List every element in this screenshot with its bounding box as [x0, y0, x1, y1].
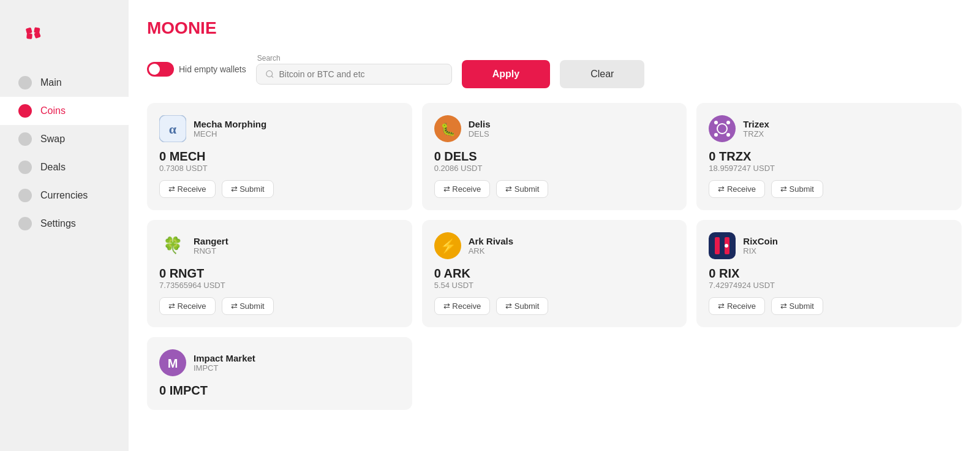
coin-card-rix: RixCoin RIX 0 RIX 7.42974924 USDT ⇄ Rece…	[696, 220, 962, 327]
svg-rect-0	[26, 28, 32, 34]
submit-button-ark[interactable]: ⇄ Submit	[496, 297, 548, 315]
sidebar-item-coins[interactable]: Coins	[0, 97, 129, 125]
svg-point-12	[714, 121, 718, 124]
sidebar-item-deals[interactable]: Deals	[0, 153, 129, 181]
coin-card-impct: M Impact Market IMPCT 0 IMPCT	[147, 337, 412, 410]
coin-symbol-rngt: RNGT	[194, 246, 228, 256]
sidebar-label-coins: Coins	[40, 105, 66, 116]
coin-info-impct: Impact Market IMPCT	[194, 353, 255, 373]
search-box	[256, 64, 452, 85]
coin-info-trzx: Trizex TRZX	[743, 119, 769, 138]
coin-actions-rngt: ⇄ Receive ⇄ Submit	[159, 297, 400, 315]
svg-rect-2	[26, 33, 32, 39]
sidebar-item-settings[interactable]: Settings	[0, 210, 129, 238]
coin-name-trzx: Trizex	[743, 119, 769, 129]
coin-actions-trzx: ⇄ Receive ⇄ Submit	[709, 180, 949, 198]
coin-symbol-impct: IMPCT	[194, 363, 255, 373]
sidebar-label-currencies: Currencies	[40, 190, 88, 201]
receive-button-rix[interactable]: ⇄ Receive	[709, 297, 765, 315]
receive-button-mech[interactable]: ⇄ Receive	[159, 180, 216, 198]
coin-symbol-mech: MECH	[194, 129, 266, 138]
coin-balance-section-trzx: 0 TRZX 18.9597247 USDT	[709, 150, 949, 173]
coin-name-impct: Impact Market	[194, 353, 255, 363]
coin-card-ark: ⚡ Ark Rivals ARK 0 ARK 5.54 USDT ⇄ Recei…	[422, 220, 687, 327]
coin-header-trzx: Trizex TRZX	[709, 115, 949, 142]
coin-name-rix: RixCoin	[743, 236, 778, 246]
coin-balance-trzx: 0 TRZX	[709, 150, 949, 164]
coin-usdt-rix: 7.42974924 USDT	[709, 281, 949, 290]
coin-balance-section-rix: 0 RIX 7.42974924 USDT	[709, 267, 949, 290]
top-bar: Hid empty wallets Search Apply Clear	[147, 50, 962, 88]
sidebar-label-settings: Settings	[40, 218, 76, 229]
app-logo-icon	[18, 18, 48, 48]
submit-button-mech[interactable]: ⇄ Submit	[222, 180, 274, 198]
svg-text:🍀: 🍀	[163, 235, 183, 255]
sidebar-label-swap: Swap	[40, 134, 65, 145]
search-icon	[265, 69, 274, 79]
coin-balance-impct: 0 IMPCT	[159, 384, 400, 398]
sidebar-label-main: Main	[40, 77, 62, 88]
submit-button-rngt[interactable]: ⇄ Submit	[222, 297, 274, 315]
coin-balance-rngt: 0 RNGT	[159, 267, 400, 281]
svg-point-13	[726, 121, 730, 124]
coin-header-impct: M Impact Market IMPCT	[159, 349, 400, 376]
coin-name-rngt: Rangert	[194, 236, 228, 246]
hide-empty-toggle[interactable]	[147, 62, 174, 77]
page-title: MOONIE	[147, 18, 962, 38]
coin-name-ark: Ark Rivals	[469, 236, 513, 246]
coin-header-mech: α Mecha Morphing MECH	[159, 115, 400, 142]
svg-text:α: α	[169, 121, 177, 137]
svg-point-15	[726, 133, 730, 137]
svg-text:⚡: ⚡	[439, 238, 456, 254]
coin-logo-impct: M	[159, 349, 186, 376]
coin-info-ark: Ark Rivals ARK	[469, 236, 513, 256]
submit-button-trzx[interactable]: ⇄ Submit	[771, 180, 823, 198]
clear-button[interactable]: Clear	[560, 60, 644, 88]
receive-button-ark[interactable]: ⇄ Receive	[434, 297, 491, 315]
coin-symbol-ark: ARK	[469, 246, 513, 256]
coin-header-ark: ⚡ Ark Rivals ARK	[434, 232, 675, 259]
svg-rect-20	[709, 232, 736, 259]
svg-point-4	[266, 70, 273, 77]
coin-symbol-dels: DELS	[469, 129, 491, 138]
sidebar-nav: Main Coins Swap Deals Currencies Setting…	[0, 69, 129, 238]
search-wrapper: Search	[256, 54, 452, 85]
receive-button-rngt[interactable]: ⇄ Receive	[159, 297, 216, 315]
sidebar-label-deals: Deals	[40, 162, 66, 173]
search-label: Search	[257, 54, 452, 63]
sidebar-item-main[interactable]: Main	[0, 69, 129, 97]
sidebar-item-currencies[interactable]: Currencies	[0, 181, 129, 210]
apply-button[interactable]: Apply	[462, 60, 550, 88]
svg-rect-21	[715, 237, 720, 254]
coin-usdt-trzx: 18.9597247 USDT	[709, 164, 949, 173]
search-input[interactable]	[279, 69, 442, 79]
coin-name-dels: Delis	[469, 119, 491, 129]
svg-line-5	[271, 76, 273, 78]
sidebar-item-swap[interactable]: Swap	[0, 125, 129, 153]
coin-header-rngt: 🍀 Rangert RNGT	[159, 232, 400, 259]
submit-button-dels[interactable]: ⇄ Submit	[496, 180, 548, 198]
coin-symbol-rix: RIX	[743, 246, 778, 256]
receive-button-trzx[interactable]: ⇄ Receive	[709, 180, 765, 198]
toggle-slider	[147, 62, 174, 77]
coin-balance-ark: 0 ARK	[434, 267, 675, 281]
coin-balance-section-rngt: 0 RNGT 7.73565964 USDT	[159, 267, 400, 290]
coin-logo-trzx	[709, 115, 736, 142]
coin-balance-section-mech: 0 MECH 0.7308 USDT	[159, 150, 400, 173]
svg-rect-10	[709, 115, 736, 142]
coin-balance-section-dels: 0 DELS 0.2086 USDT	[434, 150, 675, 173]
coin-header-rix: RixCoin RIX	[709, 232, 949, 259]
coin-actions-ark: ⇄ Receive ⇄ Submit	[434, 297, 675, 315]
submit-button-rix[interactable]: ⇄ Submit	[771, 297, 823, 315]
coin-actions-dels: ⇄ Receive ⇄ Submit	[434, 180, 675, 198]
sidebar: Main Coins Swap Deals Currencies Setting…	[0, 0, 129, 451]
coin-logo-mech: α	[159, 115, 186, 142]
svg-text:M: M	[168, 357, 178, 370]
coins-grid: α Mecha Morphing MECH 0 MECH 0.7308 USDT…	[147, 103, 962, 410]
coin-card-mech: α Mecha Morphing MECH 0 MECH 0.7308 USDT…	[147, 103, 412, 210]
coin-card-rngt: 🍀 Rangert RNGT 0 RNGT 7.73565964 USDT ⇄ …	[147, 220, 412, 327]
swap-icon	[18, 132, 32, 146]
settings-icon	[18, 217, 32, 230]
receive-button-dels[interactable]: ⇄ Receive	[434, 180, 491, 198]
coin-logo-rix	[709, 232, 736, 259]
